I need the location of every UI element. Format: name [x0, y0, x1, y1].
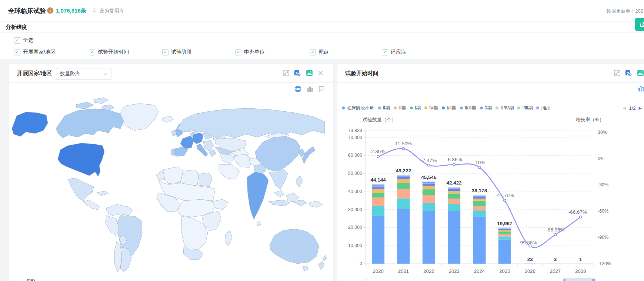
svg-text:2020: 2020: [373, 268, 384, 274]
svg-text:44,144: 44,144: [371, 177, 386, 183]
svg-text:38,178: 38,178: [472, 188, 487, 193]
checkbox-glyph: ✓: [14, 37, 20, 44]
checkbox-dimension-1[interactable]: ✓开展国家/地区: [14, 49, 56, 55]
datazoom-handle-left[interactable]: [563, 279, 565, 281]
checkbox-glyph: ✓: [89, 49, 95, 55]
svg-text:-99.88%: -99.88%: [518, 240, 537, 246]
checkbox-dimension-5[interactable]: ✓靶点: [310, 49, 329, 55]
checkbox-glyph: ✓: [162, 49, 168, 55]
svg-text:42,422: 42,422: [447, 180, 462, 186]
header-divider: [0, 21, 644, 21]
svg-text:50,000: 50,000: [348, 171, 362, 176]
image-export-icon[interactable]: [637, 70, 644, 77]
barchart-view-icon[interactable]: [637, 85, 644, 92]
fullscreen-icon[interactable]: [614, 70, 620, 76]
svg-text:49,222: 49,222: [396, 168, 411, 173]
svg-text:23: 23: [527, 257, 533, 262]
svg-text:2025: 2025: [499, 268, 510, 274]
svg-text:2022: 2022: [423, 268, 434, 274]
left-view-switcher: [294, 85, 325, 92]
set-favorite-button[interactable]: 设为常用库: [99, 8, 124, 14]
svg-text:增长率（%）: 增长率（%）: [575, 117, 604, 122]
svg-text:-120%: -120%: [598, 261, 611, 266]
page: 全球临床试验 i 1,076,916条 ☆ 设为常用库 数据更新至：202 分析…: [0, 0, 644, 281]
datazoom-selection[interactable]: [564, 278, 594, 281]
svg-text:10,000: 10,000: [348, 243, 362, 248]
data-updated-label: 数据更新至：202: [606, 8, 643, 14]
sort-order-value: 数量降序: [60, 71, 80, 77]
checkbox-select-all[interactable]: ✓ 全选: [14, 37, 33, 44]
section-divider: [0, 33, 644, 33]
trial-start-time-chart[interactable]: 73,83370,00060,00050,00040,00030,00020,0…: [337, 106, 644, 281]
country-region-panel: 开展国家/地区 数量降序: [9, 64, 333, 281]
svg-text:70,000: 70,000: [348, 135, 362, 140]
open-external-button[interactable]: [635, 18, 644, 31]
svg-text:-60%: -60%: [598, 209, 608, 214]
image-export-icon[interactable]: [306, 70, 313, 77]
checkbox-glyph: ✓: [382, 49, 388, 55]
svg-text:11.50%: 11.50%: [395, 141, 412, 146]
world-map-canvas[interactable]: [9, 94, 333, 281]
svg-text:73,833: 73,833: [348, 128, 362, 133]
total-count: 1,076,916条: [56, 7, 86, 14]
right-view-switcher: [637, 85, 644, 92]
checkbox-label: 开展国家/地区: [23, 49, 56, 55]
sort-order-select[interactable]: 数量降序: [56, 68, 111, 80]
checkbox-label: 试验开始时间: [98, 49, 129, 55]
svg-text:1: 1: [579, 257, 582, 262]
checkbox-dimension-2[interactable]: ✓试验开始时间: [89, 49, 129, 55]
svg-text:3: 3: [554, 257, 557, 262]
excel-download-icon[interactable]: [294, 70, 301, 77]
svg-text:40,000: 40,000: [348, 189, 362, 194]
table-view-icon[interactable]: [318, 86, 325, 92]
svg-text:-6.86%: -6.86%: [446, 157, 462, 162]
datazoom-handle-right[interactable]: [592, 279, 595, 281]
svg-text:-86.96%: -86.96%: [546, 227, 564, 233]
svg-text:-90%: -90%: [598, 235, 608, 240]
svg-text:2021: 2021: [398, 268, 409, 274]
svg-text:2027: 2027: [550, 268, 561, 274]
svg-text:-7.47%: -7.47%: [421, 158, 437, 163]
svg-text:-47.70%: -47.70%: [495, 193, 514, 198]
right-card-title: 试验开始时间: [345, 70, 378, 77]
map-legend-max-label: max: [27, 278, 36, 281]
svg-text:2023: 2023: [449, 268, 460, 274]
svg-text:60,000: 60,000: [348, 153, 362, 158]
svg-text:试验数量（个）: 试验数量（个）: [363, 117, 396, 122]
checkbox-label: 全选: [23, 37, 33, 44]
checkbox-label: 申办单位: [244, 49, 265, 55]
analysis-dimensions-title: 分析维度: [6, 24, 27, 31]
svg-text:45,546: 45,546: [421, 175, 437, 180]
svg-text:30%: 30%: [598, 130, 607, 135]
checkbox-dimension-6[interactable]: ✓适应症: [382, 49, 406, 55]
map-view-icon[interactable]: [294, 85, 301, 92]
excel-download-icon[interactable]: [625, 70, 632, 77]
svg-text:-30%: -30%: [598, 182, 608, 187]
svg-text:2024: 2024: [474, 268, 485, 274]
checkbox-glyph: ✓: [235, 49, 241, 55]
svg-text:2.36%: 2.36%: [371, 149, 385, 154]
page-title: 全球临床试验: [8, 7, 46, 15]
svg-text:30,000: 30,000: [348, 207, 362, 212]
left-card-header: 开展国家/地区 数量降序: [9, 64, 333, 83]
svg-text:-10%: -10%: [474, 160, 485, 165]
close-icon[interactable]: [318, 70, 323, 76]
fullscreen-icon[interactable]: [283, 70, 289, 76]
barchart-view-icon[interactable]: [307, 86, 313, 92]
checkbox-dimension-3[interactable]: ✓试验阶段: [162, 49, 192, 55]
svg-text:-66.67%: -66.67%: [568, 209, 587, 215]
svg-text:0: 0: [360, 261, 362, 266]
right-card-header: 试验开始时间: [337, 64, 644, 83]
external-link-icon: [639, 21, 644, 28]
checkbox-glyph: ✓: [310, 49, 316, 55]
svg-text:19,967: 19,967: [497, 221, 512, 226]
chevron-down-icon: [103, 73, 107, 75]
checkbox-dimension-4[interactable]: ✓申办单位: [235, 49, 265, 55]
star-icon[interactable]: ☆: [92, 7, 97, 14]
checkbox-label: 适应症: [391, 49, 406, 55]
svg-text:2026: 2026: [525, 268, 535, 274]
datazoom-slider[interactable]: [365, 278, 596, 281]
info-icon[interactable]: i: [47, 7, 53, 14]
checkbox-label: 试验阶段: [171, 49, 192, 55]
left-card-title: 开展国家/地区: [17, 70, 52, 77]
